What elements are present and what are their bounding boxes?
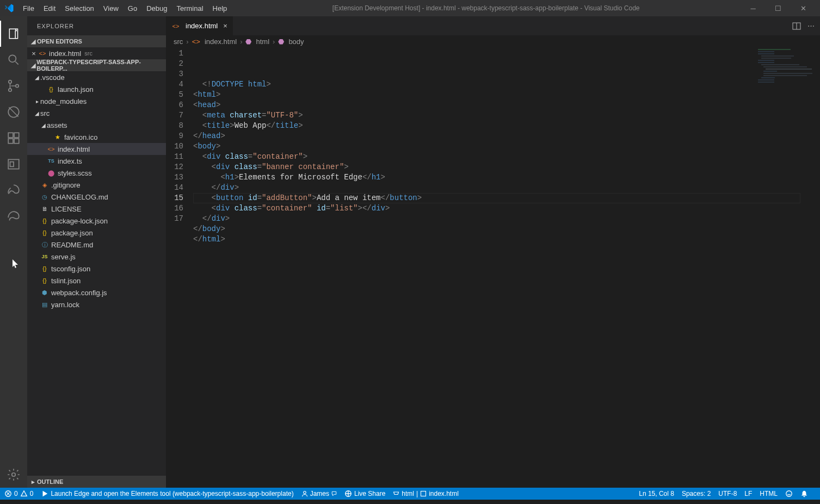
feedback-icon[interactable] bbox=[785, 490, 793, 497]
file-label: index.ts bbox=[58, 157, 82, 165]
source-control-icon[interactable] bbox=[0, 73, 27, 99]
status-user[interactable]: James bbox=[301, 490, 337, 497]
file-item[interactable]: ⓘREADME.md bbox=[27, 239, 166, 251]
folder-item[interactable]: ◢.vscode bbox=[27, 71, 166, 83]
folder-item[interactable]: ◢assets bbox=[27, 119, 166, 131]
file-item[interactable]: ◷CHANGELOG.md bbox=[27, 191, 166, 203]
status-liveshare[interactable]: Live Share bbox=[344, 490, 385, 497]
svg-rect-28 bbox=[758, 82, 774, 83]
status-bar: 0 0 Launch Edge and open the Elements to… bbox=[0, 488, 820, 500]
project-label: WEBPACK-TYPESCRIPT-SASS-APP-BOILERP... bbox=[36, 59, 164, 72]
svg-rect-20 bbox=[761, 64, 799, 65]
status-lncol[interactable]: Ln 15, Col 8 bbox=[639, 490, 674, 497]
menu-edit[interactable]: Edit bbox=[39, 2, 60, 15]
file-item[interactable]: ⬤styles.scss bbox=[27, 167, 166, 179]
menu-view[interactable]: View bbox=[99, 2, 123, 15]
status-errors[interactable]: 0 0 bbox=[4, 490, 33, 497]
menu-file[interactable]: File bbox=[19, 2, 39, 15]
minimap[interactable] bbox=[758, 49, 812, 87]
file-item[interactable]: <>index.html bbox=[27, 143, 166, 155]
more-actions-icon[interactable]: ⋯ bbox=[807, 22, 815, 30]
file-label: launch.json bbox=[58, 85, 94, 94]
code-content[interactable]: <!DOCTYPE html><html><head> <meta charse… bbox=[193, 47, 820, 488]
breadcrumb-item[interactable]: src bbox=[174, 38, 183, 46]
svg-rect-18 bbox=[758, 60, 774, 61]
file-label: package-lock.json bbox=[51, 217, 108, 225]
breadcrumb-item[interactable]: index.html bbox=[205, 38, 237, 46]
split-editor-icon[interactable] bbox=[792, 22, 801, 30]
breadcrumb[interactable]: src › <> index.html › ⬣ html › ⬣ body bbox=[166, 35, 820, 47]
menu-selection[interactable]: Selection bbox=[60, 2, 98, 15]
preview-icon[interactable] bbox=[0, 151, 27, 177]
folder-item[interactable]: ▸node_modules bbox=[27, 95, 166, 107]
open-editor-filename: index.html bbox=[49, 49, 81, 58]
status-spaces[interactable]: Spaces: 2 bbox=[682, 490, 711, 497]
file-item[interactable]: ▤yarn.lock bbox=[27, 298, 166, 310]
svg-rect-5 bbox=[8, 133, 13, 138]
status-lang[interactable]: HTML bbox=[760, 490, 778, 497]
user-label: James bbox=[310, 490, 329, 497]
launch-label: Launch Edge and open the Elements tool (… bbox=[51, 490, 293, 497]
file-item[interactable]: ★favicon.ico bbox=[27, 131, 166, 143]
file-item[interactable]: {}package-lock.json bbox=[27, 215, 166, 227]
settings-icon[interactable] bbox=[0, 462, 27, 488]
chevron-right-icon: ▸ bbox=[34, 98, 40, 104]
file-label: .vscode bbox=[40, 73, 65, 82]
file-item[interactable]: JSserve.js bbox=[27, 251, 166, 263]
file-item[interactable]: TSindex.ts bbox=[27, 155, 166, 167]
file-item[interactable]: {}tsconfig.json bbox=[27, 263, 166, 275]
tab-index-html[interactable]: <> index.html × bbox=[166, 16, 233, 35]
minimize-button[interactable]: ─ bbox=[741, 0, 766, 16]
debug-icon[interactable] bbox=[0, 99, 27, 125]
notifications-icon[interactable] bbox=[800, 490, 808, 497]
status-eol[interactable]: LF bbox=[744, 490, 752, 497]
tab-label: index.html bbox=[186, 22, 218, 30]
open-editor-item[interactable]: × <> index.html src bbox=[27, 47, 166, 59]
file-item[interactable]: {}tslint.json bbox=[27, 275, 166, 287]
chevron-down-icon: ◢ bbox=[29, 38, 37, 45]
svg-point-11 bbox=[12, 473, 16, 477]
breadcrumb-item[interactable]: body bbox=[288, 38, 304, 46]
status-launch[interactable]: Launch Edge and open the Elements tool (… bbox=[41, 490, 293, 497]
edge-devtools-icon[interactable] bbox=[0, 177, 27, 203]
project-header[interactable]: ◢ WEBPACK-TYPESCRIPT-SASS-APP-BOILERP... bbox=[27, 59, 166, 71]
code-editor[interactable]: 1234567891011121314151617 <!DOCTYPE html… bbox=[166, 47, 820, 488]
file-item[interactable]: 🗎LICENSE bbox=[27, 203, 166, 215]
file-item[interactable]: {}package.json bbox=[27, 227, 166, 239]
file-item[interactable]: ◈.gitignore bbox=[27, 179, 166, 191]
editor-area: <> index.html × ⋯ src › <> index.html › … bbox=[166, 16, 820, 488]
status-encoding[interactable]: UTF-8 bbox=[718, 490, 737, 497]
file-item[interactable]: {}launch.json bbox=[27, 83, 166, 95]
liveshare-label: Live Share bbox=[354, 490, 385, 497]
maximize-button[interactable]: ☐ bbox=[766, 0, 791, 16]
close-icon[interactable]: × bbox=[29, 49, 38, 58]
file-label: tslint.json bbox=[51, 277, 81, 285]
file-label: favicon.ico bbox=[64, 133, 97, 141]
file-item[interactable]: ⬢webpack.config.js bbox=[27, 287, 166, 298]
extensions-icon[interactable] bbox=[0, 125, 27, 151]
close-icon[interactable]: × bbox=[223, 22, 227, 30]
breadcrumb-item[interactable]: html bbox=[256, 38, 269, 46]
open-editors-header[interactable]: ◢ OPEN EDITORS bbox=[27, 35, 166, 47]
outline-header[interactable]: ▸ OUTLINE bbox=[27, 476, 166, 488]
close-button[interactable]: ✕ bbox=[791, 0, 816, 16]
status-html-tag[interactable]: html | index.html bbox=[393, 490, 459, 497]
file-tag-label: index.html bbox=[429, 490, 459, 497]
folder-item[interactable]: ◢src bbox=[27, 107, 166, 119]
outline-label: OUTLINE bbox=[37, 478, 63, 485]
edge-icon[interactable] bbox=[0, 203, 27, 229]
svg-point-1 bbox=[9, 80, 11, 83]
menu-debug[interactable]: Debug bbox=[142, 2, 171, 15]
explorer-icon[interactable] bbox=[0, 21, 27, 47]
line-gutter: 1234567891011121314151617 bbox=[166, 47, 193, 488]
file-label: CHANGELOG.md bbox=[51, 193, 108, 201]
search-icon[interactable] bbox=[0, 47, 27, 73]
menu-help[interactable]: Help bbox=[208, 2, 232, 15]
menu-go[interactable]: Go bbox=[124, 2, 141, 15]
menu-terminal[interactable]: Terminal bbox=[172, 2, 207, 15]
sidebar-title: EXPLORER bbox=[27, 16, 166, 35]
chevron-right-icon: › bbox=[186, 38, 188, 46]
chevron-down-icon: ◢ bbox=[34, 74, 40, 80]
svg-rect-22 bbox=[766, 69, 812, 70]
svg-rect-7 bbox=[14, 139, 19, 144]
